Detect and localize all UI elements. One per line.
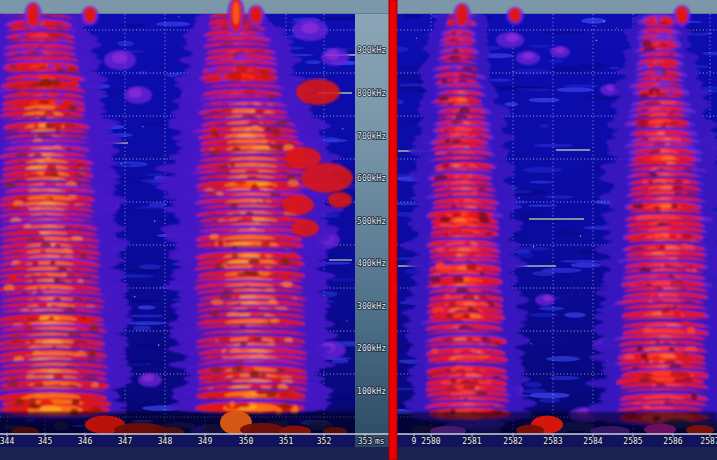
weak-signal-patch (112, 53, 128, 64)
freq-axis-label: 600kHz (357, 174, 386, 183)
weak-signal-patch (543, 295, 553, 302)
spectrogram-canvas: 900kHz800kHz700kHz600kHz500kHz400kHz300k… (0, 0, 717, 460)
time-axis-unit-label: ms (375, 437, 385, 446)
left-time-tick-label: 344 (0, 437, 14, 446)
right-time-tick-label: 9 (412, 437, 417, 446)
right-time-tick-label: 2586 (663, 437, 682, 446)
weak-signal-patch (555, 47, 565, 54)
left-time-tick-label: 350 (239, 437, 254, 446)
signal-patch (296, 79, 340, 105)
freq-axis-label: 300kHz (357, 302, 386, 311)
left-spectrogram-panel (0, 0, 373, 437)
weak-signal-patch (142, 374, 154, 382)
spectrogram-comparison-view: 900kHz800kHz700kHz600kHz500kHz400kHz300k… (0, 0, 717, 460)
right-time-tick-label: 2581 (462, 437, 481, 446)
freq-axis-label: 500kHz (357, 217, 386, 226)
freq-axis-label: 100kHz (357, 387, 386, 396)
freq-axis-label: 400kHz (357, 259, 386, 268)
left-time-tick-label: 353 (358, 437, 373, 446)
signal-patch (328, 192, 352, 208)
red-divider-line[interactable] (389, 0, 397, 460)
left-time-tick-label: 345 (38, 437, 53, 446)
bottom-border-band (0, 447, 717, 460)
weak-signal-patch (505, 34, 519, 43)
freq-axis-label: 200kHz (357, 344, 386, 353)
right-time-tick-label: 2585 (623, 437, 642, 446)
weak-signal-patch (301, 22, 319, 34)
left-time-tick-label: 347 (118, 437, 133, 446)
signal-patch (282, 195, 314, 215)
signal-patch (291, 219, 319, 237)
left-time-tick-label: 349 (198, 437, 213, 446)
signal-patch (285, 147, 321, 169)
right-time-tick-label: 2580 (421, 437, 440, 446)
left-axis-label-row (0, 434, 355, 447)
weak-signal-patch (523, 52, 535, 60)
left-time-tick-label: 348 (158, 437, 173, 446)
right-time-tick-label: 2582 (503, 437, 522, 446)
weak-signal-patch (128, 88, 142, 98)
weak-signal-patch (326, 50, 340, 60)
left-time-tick-label: 346 (78, 437, 93, 446)
right-time-tick-label: 2587 (700, 437, 717, 446)
right-time-tick-label: 2584 (583, 437, 602, 446)
top-border-bar (0, 0, 717, 13)
freq-axis-label: 900kHz (357, 46, 386, 55)
left-time-tick-label: 351 (279, 437, 294, 446)
left-time-tick-label: 352 (317, 437, 332, 446)
freq-axis-label: 700kHz (357, 132, 386, 141)
right-time-tick-label: 2583 (543, 437, 562, 446)
freq-axis-label: 800kHz (357, 89, 386, 98)
right-spectrogram-panel (380, 10, 717, 436)
